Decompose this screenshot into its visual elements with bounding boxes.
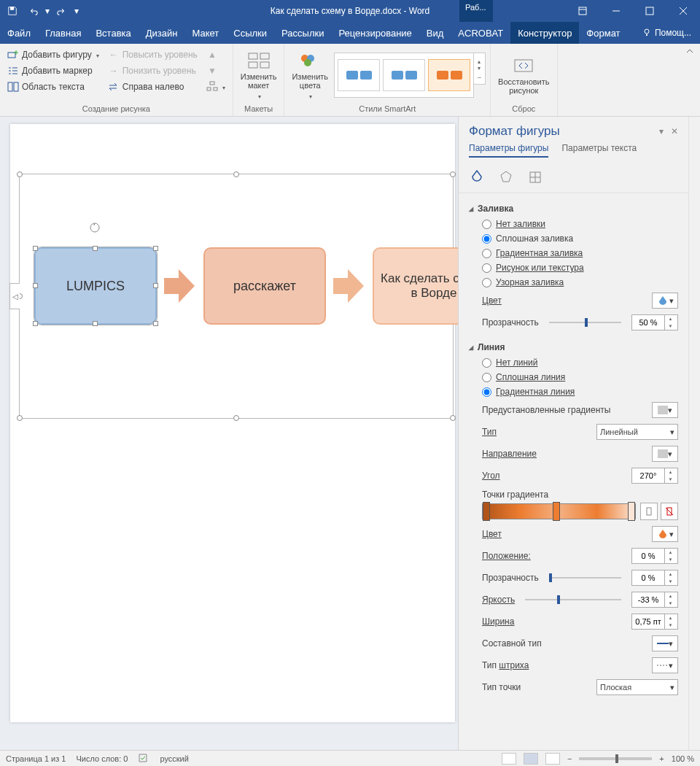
handle[interactable] [233,415,239,421]
rotate-handle[interactable] [88,221,101,234]
shape-handle[interactable] [93,321,98,326]
shape-handle[interactable] [153,283,158,288]
add-shape-button[interactable]: Добавить фигуру [4,47,102,63]
tab-design[interactable]: Дизайн [139,22,185,44]
help-button[interactable]: Помощ... [633,22,700,44]
fill-none-radio[interactable]: Нет заливки [469,217,678,231]
collapse-ribbon[interactable] [680,44,700,116]
pane-menu[interactable]: ▾ [659,126,664,136]
compound-type-picker[interactable]: ▾ [652,635,678,651]
promote-button[interactable]: ←Повысить уровень [105,47,201,63]
brightness-spinner[interactable]: ▲▼ [631,592,678,608]
tab-format[interactable]: Формат [579,22,627,44]
shape-2[interactable]: расскажет [203,247,326,325]
gradient-stops-bar[interactable] [482,503,636,519]
tab-layout[interactable]: Макет [184,22,226,44]
dash-type-picker[interactable]: ▾ [652,657,678,673]
handle[interactable] [450,171,456,177]
tab-text-options[interactable]: Параметры текста [561,143,637,158]
tab-acrobat[interactable]: ACROBAT [451,22,510,44]
line-transparency-slider[interactable] [549,570,621,585]
minimize-button[interactable] [599,0,633,22]
handle[interactable] [17,171,23,177]
cap-type-dropdown[interactable]: Плоская▾ [596,679,678,695]
read-mode-view[interactable] [502,753,516,765]
gradient-type-dropdown[interactable]: Линейный▾ [596,424,678,440]
remove-gradient-stop[interactable] [661,503,678,520]
zoom-slider[interactable] [579,757,652,760]
handle[interactable] [450,415,456,421]
style-thumb-2[interactable] [383,59,425,91]
reset-graphic-button[interactable]: Восстановить рисунок [495,47,552,103]
handle[interactable] [233,171,239,177]
tab-review[interactable]: Рецензирование [331,22,419,44]
gallery-more[interactable]: ▴▾⎯ [474,53,486,85]
zoom-out[interactable]: − [567,754,572,763]
move-up-button[interactable]: ▲ [203,47,228,63]
line-solid-radio[interactable]: Сплошная линия [469,370,678,384]
line-gradient-radio[interactable]: Градиентная линия [469,384,678,399]
language-status[interactable]: русский [160,754,188,763]
tab-home[interactable]: Главная [38,22,88,44]
text-pane-button[interactable]: Область текста [4,79,102,95]
ribbon-display-options[interactable] [566,0,599,22]
tab-constructor[interactable]: Конструктор [510,22,579,44]
fill-gradient-radio[interactable]: Градиентная заливка [469,246,678,260]
tab-file[interactable]: Файл [0,22,38,44]
tab-view[interactable]: Вид [419,22,451,44]
close-button[interactable] [666,0,700,22]
style-thumb-3[interactable] [428,59,470,91]
fill-solid-radio[interactable]: Сплошная заливка [469,231,678,246]
word-count[interactable]: Число слов: 0 [76,754,128,763]
shape-handle[interactable] [153,246,158,251]
rtl-button[interactable]: Справа налево [105,79,201,95]
print-layout-view[interactable] [524,753,538,765]
layout-button[interactable] [203,79,228,95]
size-icon[interactable] [527,169,543,185]
line-section-header[interactable]: Линия [469,339,678,355]
fill-line-icon[interactable] [469,169,485,185]
change-colors-button[interactable]: Изменить цвета [289,49,331,101]
line-transparency-spinner[interactable]: ▲▼ [631,570,678,586]
shape-handle[interactable] [33,321,38,326]
tab-mailings[interactable]: Рассылки [274,22,331,44]
document-area[interactable]: ◁ LUMPICS расскажет Как сделать схему в [0,117,458,750]
pane-scrollbar[interactable] [688,117,700,750]
brightness-slider[interactable] [525,592,621,607]
style-thumb-1[interactable] [338,59,380,91]
fill-transparency-spinner[interactable]: ▲▼ [631,314,678,330]
gradient-stop[interactable] [483,502,490,521]
shape-3[interactable]: Как сделать схему в Ворде [373,247,458,325]
move-down-button[interactable]: ▼ [203,63,228,79]
effects-icon[interactable] [498,169,514,185]
gradient-stop[interactable] [628,502,635,521]
add-gradient-stop[interactable] [640,503,658,520]
add-bullet-button[interactable]: Добавить маркер [4,63,102,79]
shape-handle[interactable] [153,321,158,326]
fill-section-header[interactable]: Заливка [469,201,678,217]
gradient-direction-picker[interactable]: ▾ [652,446,678,462]
undo-button[interactable] [23,2,42,20]
tab-shape-options[interactable]: Параметры фигуры [469,143,548,158]
redo-button[interactable] [52,2,71,20]
fill-color-picker[interactable]: ▾ [652,293,678,309]
gradient-stop[interactable] [553,502,560,521]
page-status[interactable]: Страница 1 из 1 [6,754,66,763]
shape-handle[interactable] [93,246,98,251]
arrow-2[interactable] [333,269,364,303]
demote-button[interactable]: →Понизить уровень [105,63,201,79]
gradient-angle-spinner[interactable]: ▲▼ [631,468,678,484]
maximize-button[interactable] [633,0,666,22]
line-width-spinner[interactable]: ▲▼ [631,614,678,630]
spell-check-icon[interactable] [138,753,149,765]
zoom-level[interactable]: 100 % [672,754,694,763]
qat-customize[interactable]: ▾ [73,6,80,16]
text-pane-toggle[interactable]: ◁ [9,283,20,309]
fill-transparency-slider[interactable] [549,315,621,330]
zoom-in[interactable]: + [659,754,664,763]
arrow-1[interactable] [164,269,195,303]
save-button[interactable] [3,2,22,20]
smartart-container[interactable]: ◁ LUMPICS расскажет Как сделать схему в [19,174,454,419]
gradient-presets-picker[interactable]: ▾ [652,402,678,418]
undo-dropdown[interactable]: ▾ [44,6,51,16]
